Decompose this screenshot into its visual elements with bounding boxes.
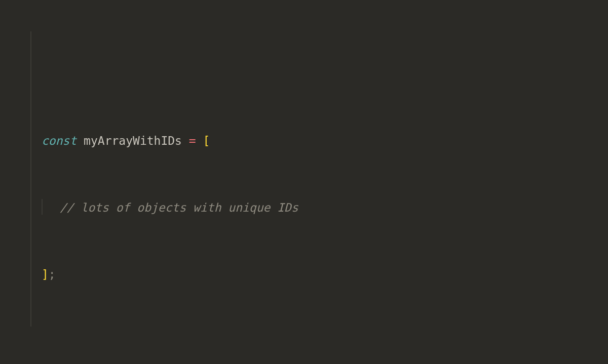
comment: // lots of objects with unique IDs (60, 201, 298, 214)
code-line: // lots of objects with unique IDs (30, 196, 608, 219)
code-line: const myArrayWithIDs = [ (30, 130, 608, 152)
indent-guide (30, 31, 31, 327)
keyword-const: const (42, 134, 77, 147)
identifier: myArrayWithIDs (84, 134, 182, 147)
bracket-open: [ (203, 134, 210, 147)
code-editor: const myArrayWithIDs = [ // lots of obje… (0, 0, 608, 364)
code-line: ]; (30, 263, 608, 286)
blank-line (30, 330, 608, 352)
semicolon: ; (49, 268, 56, 281)
operator-eq: = (189, 134, 196, 147)
bracket-close: ] (42, 268, 49, 281)
